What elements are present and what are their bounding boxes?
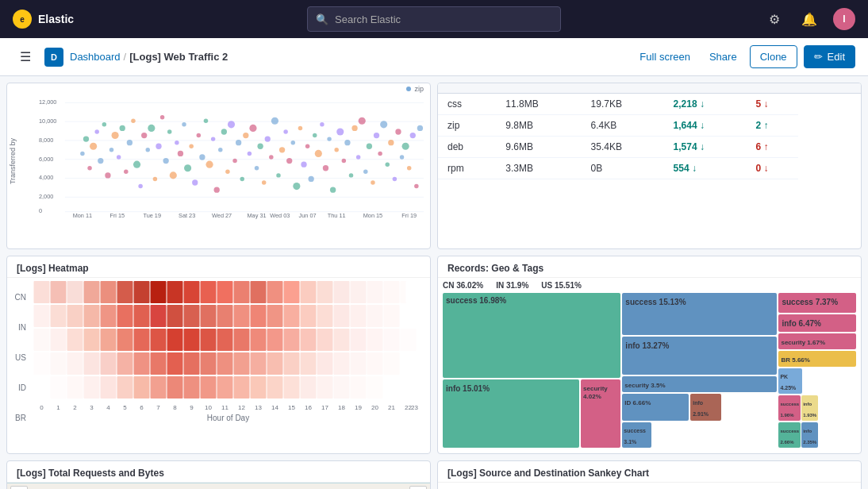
- tm-us-info: info 6.47%: [778, 314, 856, 332]
- edit-button[interactable]: ✏ Edit: [804, 45, 855, 68]
- zoom-in-button[interactable]: +: [10, 486, 28, 489]
- notifications-icon[interactable]: 🔔: [798, 8, 820, 30]
- geo-in-label: IN 31.9%: [496, 281, 528, 290]
- tm-cn-info: info 15.01%: [443, 379, 579, 448]
- svg-point-77: [309, 176, 314, 182]
- svg-rect-190: [51, 352, 67, 375]
- svg-rect-169: [84, 329, 100, 351]
- breadcrumb-sep: /: [124, 51, 127, 63]
- svg-point-82: [327, 137, 331, 141]
- svg-text:19: 19: [355, 404, 362, 411]
- svg-point-83: [330, 187, 336, 193]
- svg-rect-152: [184, 305, 200, 327]
- share-button[interactable]: Share: [703, 46, 743, 67]
- svg-rect-203: [267, 352, 283, 375]
- heatmap-y-in: IN: [10, 323, 26, 332]
- svg-point-62: [255, 166, 259, 170]
- y-axis-label: Transferred by: [9, 137, 17, 183]
- svg-point-88: [349, 173, 353, 177]
- svg-text:8: 8: [173, 404, 177, 411]
- svg-point-72: [291, 141, 295, 144]
- svg-point-37: [163, 158, 168, 164]
- tm-us-success: success 7.37%: [778, 293, 856, 313]
- row-type: zip: [438, 115, 496, 137]
- svg-text:10,000: 10,000: [39, 117, 56, 125]
- svg-rect-175: [184, 329, 200, 351]
- svg-rect-160: [317, 305, 333, 327]
- map-filter-button[interactable]: ⇄: [409, 486, 427, 489]
- svg-text:23: 23: [411, 404, 418, 411]
- clone-button[interactable]: Clone: [750, 45, 797, 68]
- search-placeholder: Search Elastic: [335, 13, 401, 25]
- svg-point-27: [127, 140, 133, 145]
- svg-text:Mon 15: Mon 15: [363, 212, 382, 219]
- svg-point-52: [218, 148, 222, 152]
- top-navigation: e Elastic 🔍 Search Elastic ⚙ 🔔 I: [0, 0, 868, 38]
- svg-rect-204: [284, 352, 300, 375]
- svg-text:11: 11: [221, 404, 229, 411]
- svg-point-81: [323, 165, 328, 171]
- heatmap-y-br: BR: [10, 414, 26, 422]
- svg-text:6,000: 6,000: [39, 156, 53, 163]
- svg-text:Fri 15: Fri 15: [109, 212, 125, 219]
- col-num: [798, 83, 829, 94]
- svg-rect-125: [134, 281, 150, 303]
- svg-rect-128: [184, 281, 200, 303]
- svg-rect-213: [51, 376, 67, 399]
- svg-rect-129: [201, 281, 217, 303]
- svg-point-104: [407, 166, 411, 170]
- svg-point-34: [153, 177, 157, 181]
- svg-rect-134: [284, 281, 300, 303]
- svg-point-46: [197, 133, 201, 137]
- svg-rect-173: [151, 329, 167, 351]
- svg-point-18: [94, 129, 98, 133]
- svg-point-36: [160, 115, 164, 119]
- heatmap-y-us: US: [10, 353, 26, 362]
- svg-rect-166: [34, 329, 50, 351]
- svg-text:9: 9: [190, 404, 194, 411]
- svg-point-51: [214, 187, 220, 193]
- sub-navigation: ☰ D Dashboard / [Logs] Web Traffic 2 Ful…: [0, 38, 868, 76]
- sankey-svg: 13,000 12,000 BD BR: [438, 483, 861, 489]
- nav-right: ⚙ 🔔 I: [763, 8, 855, 30]
- elastic-logo[interactable]: e Elastic: [13, 10, 74, 29]
- row-count: 554 ↓: [664, 158, 747, 179]
- scatter-chart-panel: zip Transferred by 12,000 10,000 8,000 6…: [6, 83, 431, 249]
- svg-text:Mon 11: Mon 11: [73, 212, 92, 219]
- svg-point-25: [120, 125, 125, 131]
- svg-rect-219: [151, 376, 167, 399]
- svg-rect-127: [167, 281, 183, 303]
- user-avatar[interactable]: I: [833, 8, 855, 30]
- fullscreen-button[interactable]: Full screen: [633, 46, 697, 67]
- search-bar[interactable]: 🔍 Search Elastic: [307, 6, 561, 32]
- svg-point-80: [320, 122, 324, 126]
- svg-rect-158: [284, 305, 300, 327]
- svg-text:14: 14: [271, 404, 278, 411]
- sankey-body: 13,000 12,000 BD BR: [438, 483, 861, 489]
- svg-rect-145: [67, 305, 83, 327]
- edit-label: Edit: [828, 51, 845, 63]
- sub-nav-actions: Full screen Share Clone ✏ Edit: [633, 45, 855, 68]
- svg-rect-144: [51, 305, 67, 327]
- svg-rect-179: [251, 329, 267, 351]
- svg-point-63: [257, 144, 263, 149]
- svg-rect-201: [234, 352, 250, 375]
- row-col1: 9.8MB: [496, 115, 581, 137]
- svg-point-21: [105, 172, 110, 178]
- tm-us-br: BR 5.66%: [778, 351, 856, 367]
- tm-in-success: success 15.13%: [622, 293, 777, 335]
- svg-rect-197: [167, 352, 183, 375]
- settings-icon[interactable]: ⚙: [763, 8, 785, 30]
- menu-button[interactable]: ☰: [13, 44, 38, 70]
- map-body: REGINA WINNIPEG THUNDER BAY NORTH DAKOTA…: [7, 483, 430, 489]
- breadcrumb-dashboard[interactable]: Dashboard: [70, 51, 121, 63]
- row-col1: 3.3MB: [496, 158, 581, 179]
- svg-point-66: [269, 155, 273, 159]
- svg-rect-188: [401, 329, 417, 351]
- tm-in-id: ID 6.66%: [622, 394, 689, 421]
- svg-point-49: [205, 161, 213, 168]
- svg-rect-230: [334, 376, 350, 399]
- svg-rect-199: [201, 352, 217, 375]
- svg-rect-146: [84, 305, 100, 327]
- svg-text:Thu 11: Thu 11: [328, 212, 346, 219]
